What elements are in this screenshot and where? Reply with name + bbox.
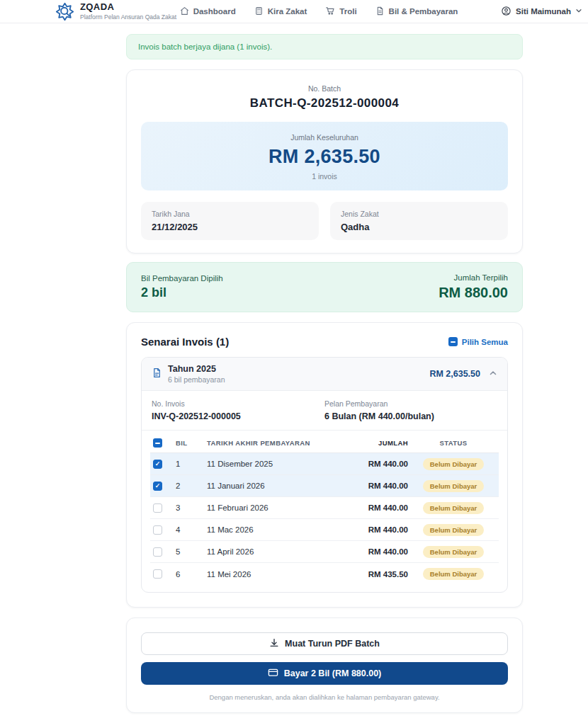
invoice-number-label: No. Invois	[152, 399, 324, 408]
date-cell: 11 Februari 2026	[207, 503, 344, 512]
credit-card-icon	[268, 667, 278, 680]
amount-cell: RM 435.50	[344, 570, 408, 579]
invoice-info-row: No. Invois INV-Q-202512-000005 Pelan Pem…	[142, 391, 507, 431]
year-title: Tahun 2025	[168, 364, 429, 374]
select-all-button[interactable]: Pilih Semua	[448, 337, 508, 346]
table-row: 3 11 Februari 2026 RM 440.00 Belum Dibay…	[150, 497, 499, 519]
batch-summary-card: No. Batch BATCH-Q-202512-000004 Jumlah K…	[126, 69, 523, 254]
selected-bills: Bil Pembayaran Dipilih 2 bil	[141, 274, 223, 300]
pay-button[interactable]: Bayar 2 Bil (RM 880.00)	[141, 662, 508, 685]
actions-card: Muat Turun PDF Batch Bayar 2 Bil (RM 880…	[126, 617, 523, 713]
nav-item-troli[interactable]: Troli	[325, 6, 356, 17]
home-icon	[180, 6, 189, 17]
download-icon	[269, 638, 279, 650]
selection-summary-bar: Bil Pembayaran Dipilih 2 bil Jumlah Terp…	[126, 262, 523, 312]
chevron-down-icon	[575, 7, 582, 16]
bil-cell: 3	[176, 503, 207, 512]
year-titles: Tahun 2025 6 bil pembayaran	[168, 364, 429, 384]
brand-text: ZQADA Platform Pelan Ansuran Qada Zakat	[80, 2, 176, 21]
invoice-number-value: INV-Q-202512-000005	[152, 411, 324, 421]
year-accordion-header[interactable]: Tahun 2025 6 bil pembayaran RM 2,635.50	[142, 358, 507, 391]
selected-bills-value: 2 bil	[141, 285, 223, 300]
status-badge: Belum Dibayar	[423, 524, 485, 536]
nav-label: Troli	[339, 7, 356, 16]
table-row: 1 11 Disember 2025 RM 440.00 Belum Dibay…	[150, 453, 499, 475]
table-header-row: BIL TARIKH AKHIR PEMBAYARAN JUMLAH STATU…	[150, 433, 499, 453]
tarikh-jana-value: 21/12/2025	[152, 222, 308, 232]
table-row: 4 11 Mac 2026 RM 440.00 Belum Dibayar	[150, 519, 499, 541]
file-icon	[152, 368, 162, 381]
jenis-zakat-label: Jenis Zakat	[341, 210, 497, 218]
top-navbar: ZQADA Platform Pelan Ansuran Qada Zakat …	[0, 0, 588, 23]
row-checkbox[interactable]	[153, 547, 162, 557]
bil-cell: 1	[176, 460, 207, 468]
payment-plan-col: Pelan Pembayaran 6 Bulan (RM 440.00/bula…	[324, 399, 497, 421]
status-badge: Belum Dibayar	[423, 480, 485, 492]
col-date: TARIKH AKHIR PEMBAYARAN	[207, 439, 344, 447]
table-row: 5 11 April 2026 RM 440.00 Belum Dibayar	[150, 541, 499, 563]
bil-cell: 4	[176, 525, 207, 534]
pay-button-label: Bayar 2 Bil (RM 880.00)	[284, 668, 382, 678]
nav-item-dashboard[interactable]: Dashboard	[180, 6, 236, 17]
year-total: RM 2,635.50	[429, 369, 480, 379]
jenis-zakat-box: Jenis Zakat Qadha	[330, 202, 508, 240]
status-badge: Belum Dibayar	[423, 546, 485, 558]
header-indeterminate-checkbox[interactable]	[153, 438, 162, 448]
batch-meta-row: Tarikh Jana 21/12/2025 Jenis Zakat Qadha	[141, 202, 508, 240]
bil-cell: 5	[176, 547, 207, 556]
amount-cell: RM 440.00	[344, 547, 408, 556]
selected-amount-label: Jumlah Terpilih	[439, 273, 508, 282]
batch-no-value: BATCH-Q-202512-000004	[141, 96, 508, 110]
status-badge: Belum Dibayar	[423, 458, 485, 470]
selected-bills-label: Bil Pembayaran Dipilih	[141, 274, 223, 283]
navbar-left: ZQADA Platform Pelan Ansuran Qada Zakat	[55, 2, 180, 21]
nav-label: Kira Zakat	[268, 7, 307, 16]
table-row: 6 11 Mei 2026 RM 435.50 Belum Dibayar	[150, 563, 499, 585]
row-checkbox[interactable]	[153, 503, 162, 513]
bil-cell: 2	[176, 482, 207, 490]
nav-item-kira-zakat[interactable]: Kira Zakat	[254, 6, 307, 17]
chevron-up-icon[interactable]	[489, 368, 497, 380]
invoice-number-col: No. Invois INV-Q-202512-000005	[152, 399, 324, 421]
tarikh-jana-label: Tarikh Jana	[152, 210, 308, 218]
brand-name: ZQADA	[80, 2, 176, 12]
total-amount: RM 2,635.50	[141, 146, 508, 168]
invoice-count: 1 invois	[141, 172, 508, 181]
bil-cell: 6	[176, 570, 207, 579]
nav-label: Dashboard	[193, 7, 236, 16]
status-badge: Belum Dibayar	[423, 502, 485, 514]
payment-plan-value: 6 Bulan (RM 440.00/bulan)	[324, 411, 497, 421]
tarikh-jana-box: Tarikh Jana 21/12/2025	[141, 202, 319, 240]
gateway-disclaimer: Dengan meneruskan, anda akan dialihkan k…	[141, 693, 508, 701]
user-avatar-icon	[501, 6, 511, 18]
col-bil: BIL	[176, 439, 207, 447]
amount-cell: RM 440.00	[344, 482, 408, 490]
download-pdf-button[interactable]: Muat Turun PDF Batch	[141, 632, 508, 655]
total-label: Jumlah Keseluruhan	[141, 133, 508, 142]
selected-amount: Jumlah Terpilih RM 880.00	[439, 273, 508, 301]
brand-logo[interactable]: ZQADA Platform Pelan Ansuran Qada Zakat	[55, 2, 176, 21]
select-all-label: Pilih Semua	[462, 338, 508, 346]
year-accordion: Tahun 2025 6 bil pembayaran RM 2,635.50 …	[141, 357, 508, 593]
year-subtitle: 6 bil pembayaran	[168, 375, 429, 384]
cart-icon	[325, 6, 335, 17]
row-checkbox[interactable]	[153, 482, 162, 491]
batch-no-label: No. Batch	[141, 84, 508, 93]
download-pdf-label: Muat Turun PDF Batch	[285, 639, 380, 649]
nav-item-bil-pembayaran[interactable]: Bil & Pembayaran	[375, 6, 458, 17]
row-checkbox[interactable]	[153, 460, 162, 469]
row-checkbox[interactable]	[153, 525, 162, 535]
invoice-list-header: Senarai Invois (1) Pilih Semua	[141, 336, 508, 348]
col-status: STATUS	[408, 439, 499, 447]
payment-plan-label: Pelan Pembayaran	[324, 399, 497, 408]
page-content: Invois batch berjaya dijana (1 invois). …	[126, 34, 523, 713]
bills-table: BIL TARIKH AKHIR PEMBAYARAN JUMLAH STATU…	[142, 431, 507, 592]
row-checkbox[interactable]	[153, 569, 162, 579]
navbar-right: Siti Maimunah	[458, 6, 582, 18]
invoice-list-title: Senarai Invois (1)	[141, 336, 229, 348]
user-menu[interactable]: Siti Maimunah	[501, 6, 582, 18]
document-icon	[375, 6, 385, 17]
brand-tagline: Platform Pelan Ansuran Qada Zakat	[80, 13, 176, 21]
col-amount: JUMLAH	[344, 439, 408, 447]
main-nav: Dashboard Kira Zakat Troli Bil & Pembaya…	[180, 6, 458, 17]
